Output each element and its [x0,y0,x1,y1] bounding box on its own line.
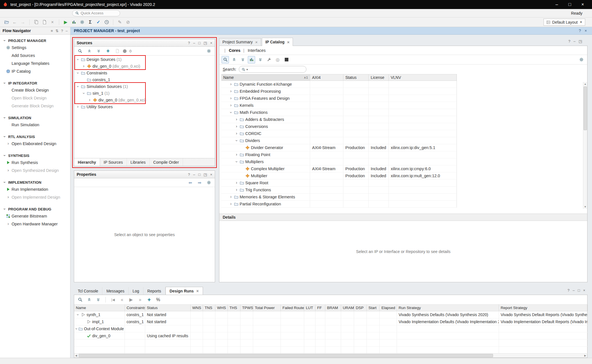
close-icon[interactable]: × [210,172,212,177]
bottom-tab[interactable]: Design Runs × [165,287,203,295]
horizontal-scrollbar[interactable]: ◀ ▶ [74,353,587,358]
expand-all-icon[interactable] [239,56,246,63]
column-header[interactable]: DSP [354,305,367,311]
bottom-tab[interactable]: Reports × [143,287,165,295]
sum-reports-icon[interactable]: Σ [87,19,94,26]
disable-icon[interactable]: ⊘ [124,19,132,26]
column-header[interactable]: URAM [341,305,354,311]
column-header[interactable]: Status [145,305,191,311]
flow-nav-item[interactable]: ›Run Implementation [0,185,70,193]
reset-runs-icon[interactable]: |◀ [109,296,117,303]
edit-pencil-icon[interactable]: ✎ [116,19,123,26]
close-icon[interactable]: × [255,40,258,45]
flow-section-header[interactable]: ›IP INTEGRATOR [0,80,70,86]
expander-icon[interactable]: › [74,328,79,330]
expander-icon[interactable]: › [76,71,80,75]
ip-catalog-row[interactable]: › Complex Multiplier AXI4-Stream Product… [221,165,457,172]
scrollbar-thumb[interactable] [79,354,493,357]
maximize-icon[interactable]: □ [578,288,580,292]
flow-section-header[interactable]: ›SIMULATION [0,115,70,121]
ip-catalog-row[interactable]: › Adders & Subtracters [221,116,457,123]
flow-nav-item[interactable]: ›Run Synthesis [0,159,70,167]
expand-all-icon[interactable] [95,47,102,55]
flow-nav-item[interactable]: ›IP Catalog [0,67,70,75]
ip-catalog-row[interactable]: › Multiplier Production Included xilinx.… [221,172,457,179]
ip-catalog-row[interactable]: › Square Root [221,179,457,187]
flow-nav-item[interactable]: ›Create Block Design [0,86,70,94]
redo-icon[interactable]: → [19,19,26,26]
settings-gear-icon[interactable] [78,19,86,26]
minimize-icon[interactable]: – [573,288,575,292]
flow-nav-item[interactable]: ›Generate Block Design [0,102,70,110]
source-tree-item[interactable]: › sim_1 (1) [74,90,215,97]
column-header[interactable]: Start [367,305,380,311]
expander-icon[interactable]: › [235,181,238,185]
source-tree-item[interactable]: › Utility Sources [74,103,215,110]
maximize-button[interactable]: □ [563,2,576,7]
add-sources-icon[interactable]: + [104,47,112,55]
workspace-tab[interactable]: IP Catalog × [262,38,293,46]
column-header[interactable]: Report Strategy [499,305,588,311]
search-icon[interactable] [76,47,84,55]
expander-icon[interactable]: › [235,124,238,129]
minimize-button[interactable]: – [550,2,563,7]
step-forward-icon[interactable]: » [136,296,144,303]
scroll-right-icon[interactable]: ▶ [583,354,587,358]
expander-icon[interactable]: › [229,195,233,199]
close-button[interactable]: × [576,2,589,7]
delete-icon[interactable]: × [49,19,56,26]
minimize-icon[interactable]: – [573,39,575,43]
expander-icon[interactable]: › [76,57,80,61]
flow-nav-item[interactable]: ›Run Simulation [0,121,70,129]
column-header[interactable]: Total Power [253,305,281,311]
collapse-all-icon[interactable] [85,296,93,303]
ip-catalog-row[interactable]: › Memories & Storage Elements [221,194,457,201]
expander-icon[interactable]: › [88,98,92,102]
flow-section-header[interactable]: ›SYNTHESIS [0,152,70,159]
column-header[interactable]: AXI4 [310,74,343,81]
expander-icon[interactable]: › [229,103,233,108]
minimize-icon[interactable]: – [66,29,68,33]
help-icon[interactable]: ? [188,41,190,45]
flow-nav-item[interactable]: ›Generate Bitstream [0,212,70,220]
ip-catalog-row[interactable]: › Kernels [221,102,457,109]
column-header[interactable]: LUT [304,305,315,311]
column-header[interactable]: VLNV [389,74,457,81]
sort-icon[interactable]: ⇅ [56,29,59,33]
close-icon[interactable]: × [583,288,585,292]
ip-catalog-row[interactable]: › Math Functions [221,109,457,116]
column-header[interactable]: Status [343,74,369,81]
step-back-icon[interactable]: « [118,296,126,303]
flow-section-header[interactable]: ›PROJECT MANAGER [0,37,70,44]
flow-nav-item[interactable]: ›Add Sources [0,52,70,59]
column-header[interactable]: THS [228,305,240,311]
search-icon[interactable] [222,56,229,63]
validate-check-icon[interactable]: ✓ [95,19,102,26]
expander-icon[interactable]: › [81,91,86,95]
float-icon[interactable]: ◳ [204,41,207,45]
help-icon[interactable]: ? [579,28,581,33]
back-arrow-icon[interactable]: ⬅ [187,179,194,186]
create-runs-icon[interactable]: + [145,296,153,303]
forward-arrow-icon[interactable]: ➡ [196,179,203,186]
column-header[interactable]: WHS [215,305,228,311]
sources-view-tab[interactable]: Hierarchy [74,158,100,166]
sources-view-tab[interactable]: IP Sources [100,158,127,166]
expander-icon[interactable]: › [234,139,239,143]
flow-nav-item[interactable]: ›Open Block Design [0,94,70,102]
expander-icon[interactable]: › [235,131,238,136]
ip-catalog-row[interactable]: › Dividers [221,137,457,144]
collapse-all-icon[interactable] [86,47,93,55]
layout-selector[interactable]: Default Layout ▼ [544,19,585,26]
launch-runs-icon[interactable]: ▶ [127,296,135,303]
source-tree-item[interactable]: › constrs_1 [74,76,215,83]
settings-gear-icon[interactable] [205,179,213,186]
flow-nav-item[interactable]: ›Settings [0,44,70,52]
source-tree-item[interactable]: › div_gen_0 (div_gen_0.xci) [74,63,215,70]
vertical-scrollbar[interactable]: ▲ ▼ [583,82,587,209]
expander-icon[interactable]: › [76,313,80,317]
ip-catalog-row[interactable]: › Conversions [221,123,457,130]
scroll-up-icon[interactable]: ▲ [583,82,587,86]
expander-icon[interactable]: › [235,188,238,192]
column-header[interactable]: Constraints [125,305,145,311]
